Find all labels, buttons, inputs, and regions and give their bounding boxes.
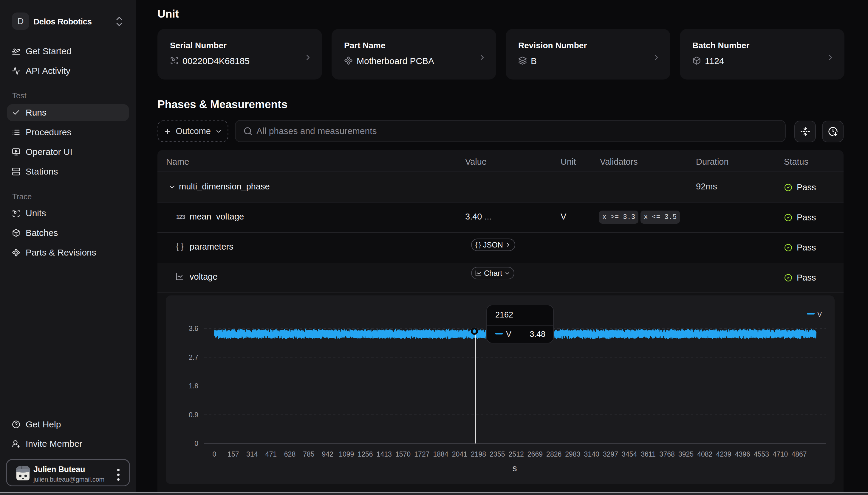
svg-text:157: 157 <box>228 450 239 458</box>
svg-text:2355: 2355 <box>490 450 505 458</box>
svg-text:1.8: 1.8 <box>189 382 198 390</box>
svg-text:3925: 3925 <box>678 450 693 458</box>
svg-text:3768: 3768 <box>659 450 675 458</box>
svg-text:1256: 1256 <box>358 450 373 458</box>
svg-text:2669: 2669 <box>527 450 543 458</box>
svg-text:2826: 2826 <box>546 450 561 458</box>
svg-text:0: 0 <box>213 450 216 458</box>
svg-text:3297: 3297 <box>603 450 618 458</box>
svg-text:4553: 4553 <box>754 450 769 458</box>
svg-text:s: s <box>512 463 517 473</box>
svg-text:1099: 1099 <box>339 450 354 458</box>
svg-text:2983: 2983 <box>565 450 580 458</box>
svg-text:4396: 4396 <box>735 450 750 458</box>
svg-text:2198: 2198 <box>471 450 486 458</box>
svg-text:2512: 2512 <box>509 450 524 458</box>
svg-text:1413: 1413 <box>377 450 392 458</box>
svg-text:3.6: 3.6 <box>189 325 198 332</box>
svg-text:V: V <box>817 311 822 319</box>
svg-text:3454: 3454 <box>622 450 637 458</box>
svg-text:1884: 1884 <box>433 450 448 458</box>
svg-text:4082: 4082 <box>697 450 713 458</box>
svg-text:3611: 3611 <box>641 450 655 458</box>
svg-text:942: 942 <box>322 450 333 458</box>
svg-text:3140: 3140 <box>584 450 599 458</box>
svg-text:314: 314 <box>246 450 258 458</box>
svg-text:4710: 4710 <box>773 450 788 458</box>
svg-text:4867: 4867 <box>792 450 807 458</box>
svg-text:785: 785 <box>303 450 314 458</box>
svg-text:1570: 1570 <box>395 450 411 458</box>
svg-text:1727: 1727 <box>414 450 429 458</box>
svg-text:2041: 2041 <box>452 450 467 458</box>
svg-text:628: 628 <box>284 450 295 458</box>
svg-text:471: 471 <box>265 450 277 458</box>
svg-text:4239: 4239 <box>716 450 731 458</box>
svg-text:0.9: 0.9 <box>189 411 198 419</box>
svg-text:2.7: 2.7 <box>189 354 198 361</box>
svg-text:0: 0 <box>194 440 198 447</box>
